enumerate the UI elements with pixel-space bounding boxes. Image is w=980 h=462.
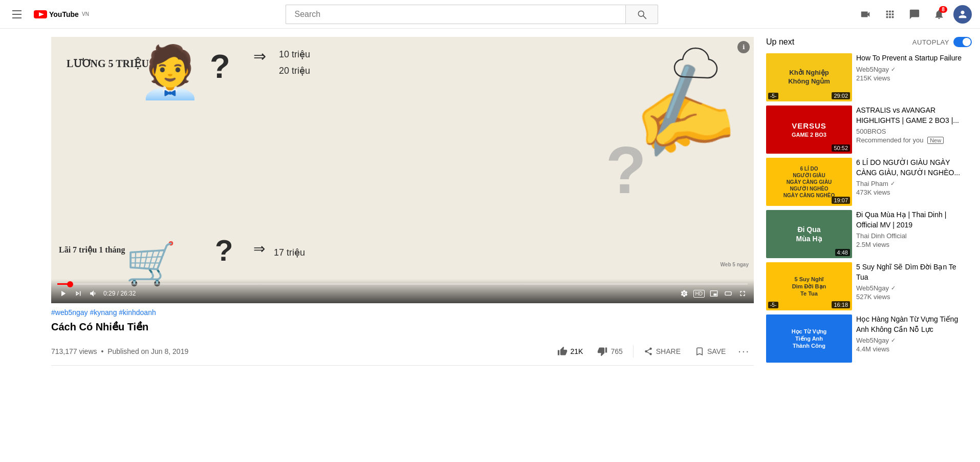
video-stats-left: 713,177 views • Published on Jun 8, 2019 bbox=[51, 347, 551, 355]
sidebar-video-card-4[interactable]: Đi QuaMùa Hạ 4:48 Đi Qua Mùa Hạ | Thai D… bbox=[766, 210, 972, 258]
notifications-button[interactable]: 8 bbox=[929, 4, 949, 25]
toggle-knob bbox=[963, 38, 971, 46]
autoplay-label: AUTOPLAY bbox=[912, 38, 949, 46]
sidebar: Up next AUTOPLAY Khởi NghiệpKhông Ngủm -… bbox=[766, 37, 972, 367]
card-info-5: 5 Suy Nghĩ Sẽ Dìm Đời Bạn Te Tua Web5Nga… bbox=[856, 262, 972, 310]
video-actions: 21K 765 SHARE bbox=[551, 341, 754, 361]
main-content: Lương 5 triệu ? ⇒ 10 triệu20 triệu 🧑‍💼 L… bbox=[0, 29, 980, 367]
messages-button[interactable] bbox=[904, 4, 925, 25]
thumb-text-1: Khởi NghiệpKhông Ngủm bbox=[785, 66, 833, 89]
thumb-text-2: VERSUS GAME 2 BO3 bbox=[789, 118, 830, 141]
video-player[interactable]: Lương 5 triệu ? ⇒ 10 triệu20 triệu 🧑‍💼 L… bbox=[51, 37, 754, 303]
like-button[interactable]: 21K bbox=[551, 342, 590, 361]
next-button[interactable] bbox=[73, 288, 84, 299]
video-info: #web5ngay #kynang #kinhdoanh Cách Có Nhi… bbox=[51, 308, 754, 366]
settings-button[interactable] bbox=[679, 288, 689, 299]
sidebar-video-card-3[interactable]: 6 LÍ DONGƯỜI GIÀUNGÀY CÀNG GIÀUNGƯỜI NGH… bbox=[766, 158, 972, 206]
view-count: 713,177 views bbox=[51, 347, 97, 355]
settings-icon bbox=[680, 289, 688, 298]
video-amounts: 10 triệu20 triệu bbox=[279, 46, 310, 79]
share-label: SHARE bbox=[656, 347, 681, 355]
theater-icon bbox=[724, 289, 732, 298]
create-video-button[interactable] bbox=[855, 4, 876, 25]
video-text-luong: Lương 5 triệu bbox=[67, 57, 149, 70]
card-channel-3: Thai Pham ✓ bbox=[856, 180, 968, 187]
verified-icon-1: ✓ bbox=[891, 66, 896, 73]
controls-right: HD bbox=[679, 288, 748, 299]
controls-row: 0:29 / 26:32 HD bbox=[57, 288, 748, 299]
video-stats: 713,177 views • Published on Jun 8, 2019… bbox=[51, 337, 754, 366]
duration-5: 16:18 bbox=[832, 301, 850, 308]
verified-icon-3: ✓ bbox=[890, 180, 895, 187]
search-button[interactable] bbox=[625, 5, 658, 24]
video-controls: 0:29 / 26:32 HD bbox=[51, 279, 754, 303]
card-meta-3: 473K views bbox=[856, 188, 968, 196]
card-title-1: How To Prevent a Startup Failure bbox=[856, 53, 968, 64]
svg-point-5 bbox=[683, 293, 685, 295]
more-options-button[interactable]: ··· bbox=[734, 341, 754, 361]
thumb-text-4: Đi QuaMùa Hạ bbox=[793, 222, 825, 246]
hd-badge: HD bbox=[693, 290, 705, 298]
verified-icon-6: ✓ bbox=[891, 337, 896, 344]
card-title-3: 6 LÍ DO NGƯỜI GIÀU NGÀY CÀNG GIÀU, NGƯỜI… bbox=[856, 158, 968, 178]
video-tags[interactable]: #web5ngay #kynang #kinhdoanh bbox=[51, 308, 754, 317]
fullscreen-button[interactable] bbox=[737, 288, 748, 299]
duration-2: 50:52 bbox=[832, 144, 850, 152]
sidebar-video-card-2[interactable]: VERSUS GAME 2 BO3 50:52 ASTRALIS vs AVAN… bbox=[766, 106, 972, 154]
thumb-text-5: 5 Suy NghĩDìm Đời BạnTe Tua bbox=[789, 272, 830, 301]
progress-bar[interactable] bbox=[57, 283, 748, 285]
info-button[interactable]: ℹ bbox=[737, 41, 750, 53]
duration-3: 19:07 bbox=[832, 197, 850, 204]
save-button[interactable]: SAVE bbox=[689, 343, 732, 360]
share-button[interactable]: SHARE bbox=[638, 343, 687, 360]
new-badge-2: New bbox=[927, 137, 944, 144]
search-input[interactable] bbox=[286, 5, 625, 24]
card-info-2: ASTRALIS vs AVANGAR HIGHLIGHTS | GAME 2 … bbox=[856, 106, 972, 154]
verified-icon-5: ✓ bbox=[891, 285, 896, 291]
dislike-button[interactable]: 765 bbox=[591, 342, 628, 361]
header-left: YouTube VN bbox=[8, 6, 89, 23]
apps-button[interactable] bbox=[880, 4, 900, 25]
play-button[interactable] bbox=[57, 288, 69, 299]
svg-line-4 bbox=[643, 15, 646, 18]
video-title: Cách Có Nhiều Tiền bbox=[51, 320, 754, 334]
thumbnail-4: Đi QuaMùa Hạ 4:48 bbox=[766, 210, 852, 258]
autoplay-control: AUTOPLAY bbox=[912, 37, 972, 47]
save-icon bbox=[695, 347, 704, 356]
thumbs-up-icon bbox=[557, 346, 568, 356]
volume-button[interactable] bbox=[88, 288, 99, 299]
card-info-6: Học Hàng Ngàn Từ Vựng Tiếng Anh Không Cầ… bbox=[856, 314, 972, 363]
video-cloud bbox=[651, 47, 718, 91]
thumb-text-3: 6 LÍ DONGƯỜI GIÀUNGÀY CÀNG GIÀUNGƯỜI NGH… bbox=[780, 162, 838, 202]
header: YouTube VN bbox=[0, 0, 980, 29]
avatar-icon bbox=[957, 9, 968, 20]
thumbs-down-icon bbox=[597, 346, 607, 356]
share-icon bbox=[644, 347, 653, 356]
up-next-label: Up next bbox=[766, 37, 794, 47]
thumb-text-6: Học Từ VựngTiếng AnhThành Công bbox=[789, 325, 830, 353]
theater-button[interactable] bbox=[723, 288, 733, 299]
autoplay-toggle[interactable] bbox=[953, 37, 972, 47]
video-person1: 🧑‍💼 bbox=[138, 42, 202, 102]
header-right: 8 bbox=[855, 4, 972, 25]
hamburger-menu[interactable] bbox=[8, 6, 26, 23]
play-icon bbox=[58, 289, 68, 298]
sidebar-video-card-5[interactable]: 5 Suy NghĩDìm Đời BạnTe Tua -5- 16:18 5 … bbox=[766, 262, 972, 310]
sidebar-video-card-1[interactable]: Khởi NghiệpKhông Ngủm -5- 29:02 How To P… bbox=[766, 53, 972, 101]
miniplayer-button[interactable] bbox=[709, 288, 719, 299]
skip-icon bbox=[74, 289, 83, 298]
notification-count: 8 bbox=[939, 6, 947, 13]
user-avatar[interactable] bbox=[953, 5, 972, 24]
card-meta-5: 527K views bbox=[856, 293, 968, 301]
card-meta-4: 2.5M views bbox=[856, 241, 968, 248]
youtube-logo[interactable]: YouTube VN bbox=[34, 9, 89, 19]
video-qmark2: ? bbox=[215, 233, 233, 267]
video-section: Lương 5 triệu ? ⇒ 10 triệu20 triệu 🧑‍💼 L… bbox=[51, 37, 754, 367]
ep-badge-1: -5- bbox=[768, 93, 778, 99]
svg-text:YouTube: YouTube bbox=[49, 10, 79, 18]
card-channel-6: Web5Ngay ✓ bbox=[856, 337, 968, 344]
time-display: 0:29 / 26:32 bbox=[103, 290, 136, 297]
sidebar-video-card-6[interactable]: Học Từ VựngTiếng AnhThành Công Học Hàng … bbox=[766, 314, 972, 363]
progress-dot bbox=[67, 281, 73, 287]
thumbnail-2: VERSUS GAME 2 BO3 50:52 bbox=[766, 106, 852, 154]
